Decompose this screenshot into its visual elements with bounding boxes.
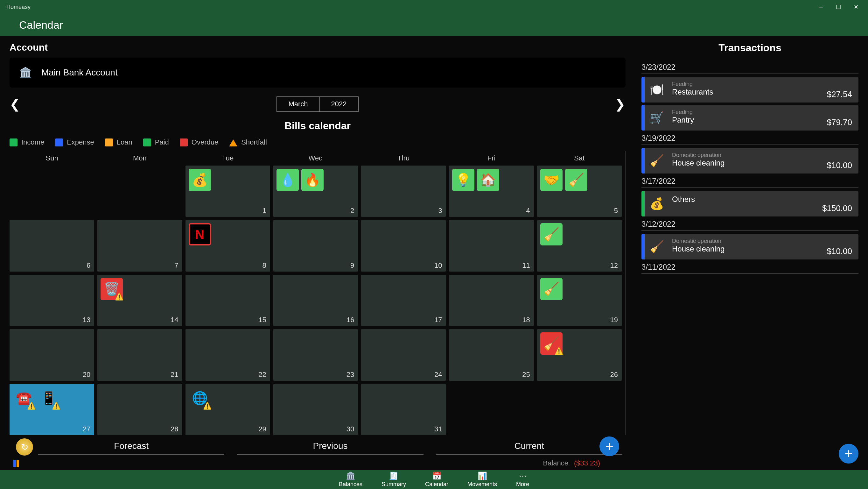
transaction-row[interactable]: 🛒FeedingPantry$79.70 <box>642 105 859 131</box>
calendar-cell[interactable]: 5🤝🧹 <box>537 166 622 217</box>
shortfall-icon: ⚠️ <box>52 402 60 410</box>
tab-forecast[interactable]: Forecast <box>38 441 224 455</box>
bill-chip[interactable]: 🧹 <box>565 169 587 191</box>
month-navigator: ❮ March 2022 ❯ <box>9 96 625 112</box>
day-number: 18 <box>522 316 530 324</box>
bill-chip[interactable]: 🏠 <box>477 169 499 191</box>
transaction-category: Domestic operation <box>672 152 724 159</box>
close-icon[interactable]: ✕ <box>854 3 859 10</box>
bill-chip[interactable]: N <box>189 223 211 246</box>
income-swatch <box>9 139 18 146</box>
calendar-cell[interactable]: 28 <box>97 384 182 435</box>
calendar-cell[interactable]: 26🧹⚠️ <box>537 329 622 380</box>
transaction-date: 3/23/2022 <box>642 63 859 74</box>
prev-month-button[interactable]: ❮ <box>9 97 20 111</box>
month-value[interactable]: March <box>277 97 319 111</box>
dow-header: Fri <box>449 151 534 166</box>
bill-chip[interactable]: 💧 <box>277 169 299 191</box>
coin-icon[interactable]: ↻ <box>16 438 33 456</box>
calendar-cell[interactable]: 23 <box>273 329 358 380</box>
bill-chip[interactable]: 🤝 <box>540 169 562 191</box>
calendar-cell[interactable]: 1💰 <box>186 166 270 217</box>
add-transaction-button[interactable]: + <box>839 444 859 463</box>
calendar-cell[interactable]: 17 <box>361 275 446 326</box>
dow-header: Thu <box>361 151 446 166</box>
dow-header: Mon <box>97 151 182 166</box>
bill-chip[interactable]: 🗑️⚠️ <box>100 278 123 300</box>
bill-chip[interactable]: 📱⚠️ <box>37 387 60 409</box>
calendar-cell[interactable]: 12🧹 <box>537 220 622 271</box>
calendar-cell[interactable]: 24 <box>361 329 446 380</box>
nav-movements[interactable]: 📊Movements <box>467 471 497 488</box>
bill-chip[interactable]: 💰 <box>189 169 211 191</box>
transaction-date: 3/12/2022 <box>642 220 859 231</box>
transaction-icon: 💰 <box>648 195 665 213</box>
minimize-icon[interactable]: ─ <box>819 4 823 10</box>
day-number: 25 <box>522 371 530 379</box>
calendar-cell[interactable]: 20 <box>9 329 94 380</box>
nav-summary[interactable]: 🧾Summary <box>381 471 406 488</box>
calendar-cell[interactable]: 19🧹 <box>537 275 622 326</box>
transaction-row[interactable]: 🧹Domestic operationHouse cleaning$10.00 <box>642 148 859 173</box>
nav-calendar[interactable]: 📅Calendar <box>425 471 448 488</box>
calendar-cell[interactable]: 4💡🏠 <box>449 166 534 217</box>
day-number: 24 <box>434 371 442 379</box>
calendar-cell[interactable]: 16 <box>273 275 358 326</box>
day-number: 19 <box>610 316 618 324</box>
transaction-row[interactable]: 🧹Domestic operationHouse cleaning$10.00 <box>642 234 859 259</box>
bill-chip[interactable]: ☎️⚠️ <box>13 387 35 409</box>
calendar-cell[interactable]: 31 <box>361 384 446 435</box>
calendar-cell[interactable]: 30 <box>273 384 358 435</box>
transaction-row[interactable]: 🍽️FeedingRestaurants$27.54 <box>642 77 859 103</box>
nav-more[interactable]: ⋯More <box>516 471 529 488</box>
calendar-cell[interactable]: 6 <box>9 220 94 271</box>
calendar-cell[interactable]: 21 <box>97 329 182 380</box>
account-card[interactable]: 🏛️ Main Bank Account <box>9 58 625 88</box>
calendar-cell[interactable]: 2💧🔥 <box>273 166 358 217</box>
tab-current[interactable]: Current <box>436 441 622 455</box>
calendar-cell[interactable]: 13 <box>9 275 94 326</box>
transaction-row[interactable]: 💰Others$150.00 <box>642 191 859 217</box>
day-number: 2 <box>350 207 354 215</box>
transaction-name: Pantry <box>672 116 694 124</box>
calendar-cell[interactable]: 8N <box>186 220 270 271</box>
day-number: 10 <box>434 261 442 270</box>
transaction-amount: $10.00 <box>827 247 852 256</box>
day-number: 22 <box>258 371 266 379</box>
calendar-cell[interactable]: 18 <box>449 275 534 326</box>
bill-chip[interactable]: 💡 <box>452 169 474 191</box>
calendar-cell[interactable]: 27☎️⚠️📱⚠️ <box>9 384 94 435</box>
day-number: 29 <box>258 425 266 433</box>
calendar-cell[interactable]: 9 <box>273 220 358 271</box>
transaction-name: House cleaning <box>672 159 724 168</box>
summary-icon: 🧾 <box>389 471 398 481</box>
bank-icon: 🏛️ <box>19 66 32 79</box>
nav-balances[interactable]: 🏛️Balances <box>339 471 363 488</box>
transaction-date: 3/19/2022 <box>642 134 859 145</box>
bill-chip[interactable]: 🌐⚠️ <box>189 387 211 409</box>
calendar-cell[interactable]: 25 <box>449 329 534 380</box>
transaction-icon: 🍽️ <box>648 81 665 99</box>
maximize-icon[interactable]: ☐ <box>836 3 841 10</box>
month-selector[interactable]: March 2022 <box>277 96 358 112</box>
day-number: 20 <box>83 371 90 379</box>
transaction-amount: $10.00 <box>827 161 852 170</box>
year-value[interactable]: 2022 <box>320 97 358 111</box>
calendar-cell[interactable]: 11 <box>449 220 534 271</box>
dow-header: Sat <box>537 151 622 166</box>
calendar-cell[interactable]: 29🌐⚠️ <box>186 384 270 435</box>
bill-chip[interactable]: 🧹 <box>540 278 562 300</box>
bill-chip[interactable]: 🔥 <box>301 169 323 191</box>
calendar-cell[interactable]: 14🗑️⚠️ <box>97 275 182 326</box>
calendar-cell[interactable]: 3 <box>361 166 446 217</box>
calendar-cell[interactable]: 7 <box>97 220 182 271</box>
add-bill-button[interactable]: + <box>599 436 619 456</box>
calendar-cell[interactable]: 22 <box>186 329 270 380</box>
more-icon: ⋯ <box>519 471 527 481</box>
calendar-cell[interactable]: 15 <box>186 275 270 326</box>
bill-chip[interactable]: 🧹 <box>540 223 562 246</box>
calendar-cell[interactable]: 10 <box>361 220 446 271</box>
next-month-button[interactable]: ❯ <box>615 97 625 111</box>
tab-previous[interactable]: Previous <box>237 441 423 455</box>
bill-chip[interactable]: 🧹⚠️ <box>540 333 562 355</box>
